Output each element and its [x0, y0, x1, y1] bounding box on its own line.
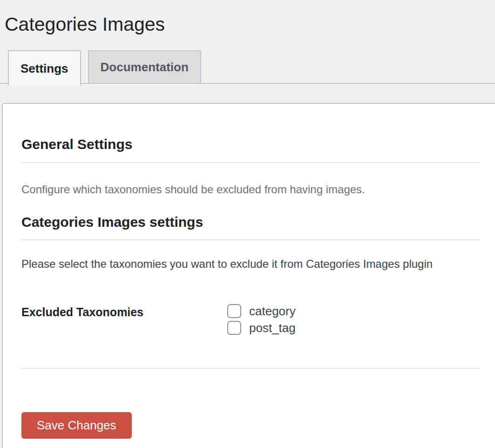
taxonomy-checkbox-group: category post_tag: [227, 303, 296, 336]
section-divider: [21, 162, 481, 163]
excluded-taxonomies-row: Excluded Taxonomies category post_tag: [21, 303, 481, 336]
page-title: Categories Images: [5, 13, 495, 36]
categories-images-settings-heading: Categories Images settings: [21, 214, 481, 231]
tab-settings[interactable]: Settings: [8, 50, 81, 86]
save-changes-button[interactable]: Save Changes: [21, 412, 132, 439]
settings-panel: General Settings Configure which taxonom…: [2, 103, 495, 448]
submit-row: Save Changes: [21, 412, 481, 439]
tab-bar: Settings Documentation: [0, 50, 495, 84]
categories-images-settings-description: Please select the taxonomies you want to…: [21, 257, 481, 271]
category-checkbox[interactable]: [227, 304, 241, 318]
section-divider: [21, 368, 481, 369]
general-settings-heading: General Settings: [21, 136, 481, 153]
section-divider: [21, 239, 481, 240]
general-settings-description: Configure which taxonomies should be exc…: [21, 183, 481, 197]
post-tag-checkbox[interactable]: [227, 321, 241, 335]
tab-documentation[interactable]: Documentation: [88, 50, 201, 83]
category-checkbox-label: category: [249, 304, 296, 319]
taxonomy-option-category[interactable]: category: [227, 303, 296, 319]
taxonomy-option-post-tag[interactable]: post_tag: [227, 319, 296, 336]
post-tag-checkbox-label: post_tag: [249, 321, 296, 335]
excluded-taxonomies-label: Excluded Taxonomies: [21, 303, 227, 319]
